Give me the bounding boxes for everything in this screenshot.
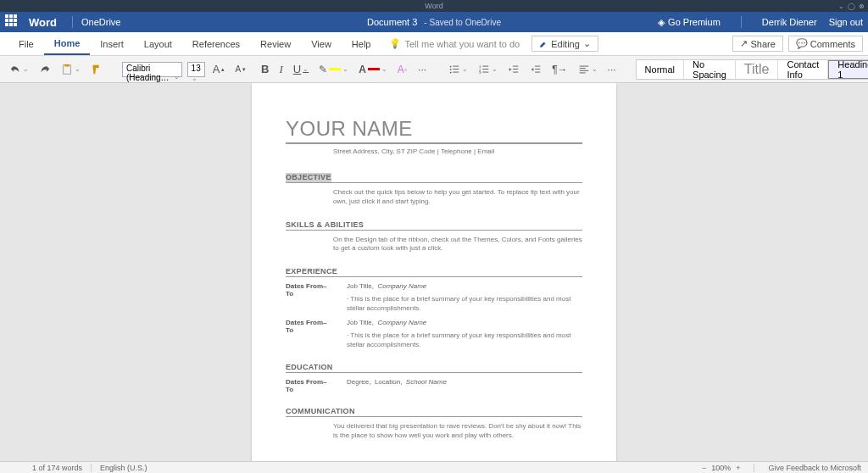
- tab-view[interactable]: View: [301, 32, 342, 55]
- style-title[interactable]: Title: [736, 60, 779, 79]
- undo-button[interactable]: ⌄: [7, 62, 31, 77]
- experience-row[interactable]: Dates From–To Job Title, Company Name · …: [286, 319, 582, 350]
- dates-label[interactable]: Dates From–To: [286, 378, 333, 393]
- bullet-list-button[interactable]: ⌄: [446, 62, 470, 77]
- increase-indent-button[interactable]: [527, 62, 544, 77]
- document-canvas[interactable]: YOUR NAME Street Address, City, ST ZIP C…: [0, 83, 868, 461]
- zoom-level[interactable]: 100%: [711, 464, 731, 472]
- decrease-indent-button[interactable]: [505, 62, 522, 77]
- tab-insert[interactable]: Insert: [90, 32, 134, 55]
- education-line[interactable]: Degree, Location, School Name: [347, 378, 447, 393]
- tell-me-label: Tell me what you want to do: [404, 39, 520, 49]
- dates-label[interactable]: Dates From–To: [286, 319, 333, 350]
- zoom-in-button[interactable]: +: [736, 464, 740, 472]
- close-icon[interactable]: ⊗: [859, 1, 865, 13]
- svg-rect-5: [453, 69, 459, 70]
- svg-rect-19: [535, 71, 540, 72]
- contact-line[interactable]: Street Address, City, ST ZIP Code | Tele…: [333, 147, 582, 155]
- clipboard-button[interactable]: ⌄: [58, 62, 83, 77]
- tab-home[interactable]: Home: [44, 32, 91, 55]
- grow-font-button[interactable]: A▴: [210, 61, 228, 77]
- feedback-link[interactable]: Give Feedback to Microsoft: [768, 464, 861, 472]
- user-name[interactable]: Derrik Diener: [762, 17, 817, 27]
- word-count[interactable]: 1 of 174 words: [32, 464, 82, 472]
- tab-review[interactable]: Review: [250, 32, 301, 55]
- objective-body[interactable]: Check out the quick tips below to help y…: [333, 188, 582, 207]
- diamond-icon: ◈: [658, 17, 665, 28]
- share-icon: ↗: [740, 38, 748, 49]
- job-line[interactable]: Job Title, Company Name: [347, 319, 582, 326]
- separator: [754, 464, 754, 472]
- section-skills-heading[interactable]: SKILLS & ABILITIES: [286, 220, 582, 231]
- job-title: Job Title,: [347, 282, 374, 290]
- experience-row[interactable]: Dates From–To Job Title, Company Name · …: [286, 282, 582, 314]
- section-education-heading[interactable]: EDUCATION: [286, 363, 582, 373]
- style-no-spacing[interactable]: No Spacing: [684, 60, 736, 79]
- resume-name-heading[interactable]: YOUR NAME: [286, 117, 582, 144]
- align-button[interactable]: ⌄: [576, 62, 600, 77]
- sign-out-link[interactable]: Sign out: [829, 17, 863, 27]
- svg-rect-3: [453, 65, 459, 66]
- communication-body[interactable]: You delivered that big presentation to r…: [333, 422, 582, 441]
- language-status[interactable]: English (U.S.): [100, 464, 147, 472]
- text-direction-button[interactable]: ¶→: [549, 62, 570, 77]
- svg-rect-1: [64, 64, 69, 66]
- zoom-out-button[interactable]: −: [702, 464, 706, 472]
- section-objective-heading[interactable]: OBJECTIVE: [286, 173, 331, 182]
- clear-formatting-button[interactable]: A◦: [395, 62, 410, 77]
- more-font-button[interactable]: ···: [415, 62, 429, 77]
- separator: [91, 464, 92, 472]
- section-communication-heading[interactable]: COMMUNICATION: [286, 407, 582, 417]
- maximize-icon[interactable]: ◯: [848, 1, 855, 13]
- tab-help[interactable]: Help: [342, 32, 381, 55]
- comments-button[interactable]: 💬 Comments: [788, 36, 863, 52]
- experience-body[interactable]: · This is the place for a brief summary …: [347, 295, 582, 314]
- go-premium-button[interactable]: ◈ Go Premium: [658, 17, 721, 28]
- job-title: Job Title,: [347, 319, 374, 326]
- job-line[interactable]: Job Title, Company Name: [347, 282, 582, 290]
- editing-mode-button[interactable]: Editing ⌄: [531, 36, 598, 52]
- share-button[interactable]: ↗ Share: [732, 36, 782, 52]
- tab-file[interactable]: File: [8, 32, 44, 55]
- tab-references[interactable]: References: [182, 32, 250, 55]
- tell-me-search[interactable]: 💡 Tell me what you want to do: [389, 38, 520, 49]
- font-name-select[interactable]: Calibri (Heading…⌄: [122, 62, 182, 77]
- style-heading1[interactable]: Heading 1: [828, 60, 868, 79]
- dates-label[interactable]: Dates From–To: [286, 282, 333, 314]
- pencil-icon: [539, 40, 548, 48]
- app-launcher-icon[interactable]: [5, 14, 20, 30]
- experience-body[interactable]: · This is the place for a brief summary …: [347, 331, 582, 350]
- document-name[interactable]: Document 3: [367, 17, 417, 27]
- go-premium-label: Go Premium: [668, 17, 721, 27]
- svg-rect-14: [513, 65, 518, 66]
- italic-button[interactable]: I: [276, 61, 285, 78]
- bold-button[interactable]: B: [259, 61, 271, 77]
- highlight-color-button[interactable]: ✎⌄: [316, 62, 351, 77]
- chevron-down-icon: ⌄: [174, 73, 180, 81]
- education-row[interactable]: Dates From–To Degree, Location, School N…: [286, 378, 582, 393]
- ribbon-toolbar: ⌄ ⌄ Calibri (Heading…⌄ 13 ⌄ A▴ A▾ B I U⌄…: [0, 56, 868, 83]
- divider: [72, 16, 73, 28]
- page[interactable]: YOUR NAME Street Address, City, ST ZIP C…: [252, 83, 616, 461]
- document-name-group: Document 3 - Saved to OneDrive: [367, 17, 501, 27]
- shrink-font-icon: A: [235, 64, 241, 74]
- skills-body[interactable]: On the Design tab of the ribbon, check o…: [333, 236, 582, 254]
- section-experience-heading[interactable]: EXPERIENCE: [286, 267, 582, 277]
- shrink-font-button[interactable]: A▾: [232, 63, 248, 75]
- number-list-button[interactable]: 123⌄: [476, 62, 500, 77]
- style-contact-info[interactable]: Contact Info: [778, 60, 828, 79]
- svg-point-6: [450, 71, 452, 73]
- font-color-button[interactable]: A⌄: [356, 62, 390, 77]
- minimize-icon[interactable]: ⌄: [838, 1, 844, 13]
- svg-rect-9: [482, 65, 488, 66]
- tab-layout[interactable]: Layout: [134, 32, 182, 55]
- style-normal[interactable]: Normal: [637, 60, 684, 79]
- font-size-select[interactable]: 13 ⌄: [187, 62, 205, 77]
- more-para-button[interactable]: ···: [605, 62, 619, 77]
- format-painter-button[interactable]: [88, 62, 105, 77]
- highlighter-icon: ✎: [319, 64, 327, 75]
- onedrive-label[interactable]: OneDrive: [81, 17, 120, 27]
- redo-button[interactable]: [36, 62, 53, 77]
- svg-rect-17: [535, 65, 540, 66]
- underline-button[interactable]: U⌄: [291, 61, 311, 77]
